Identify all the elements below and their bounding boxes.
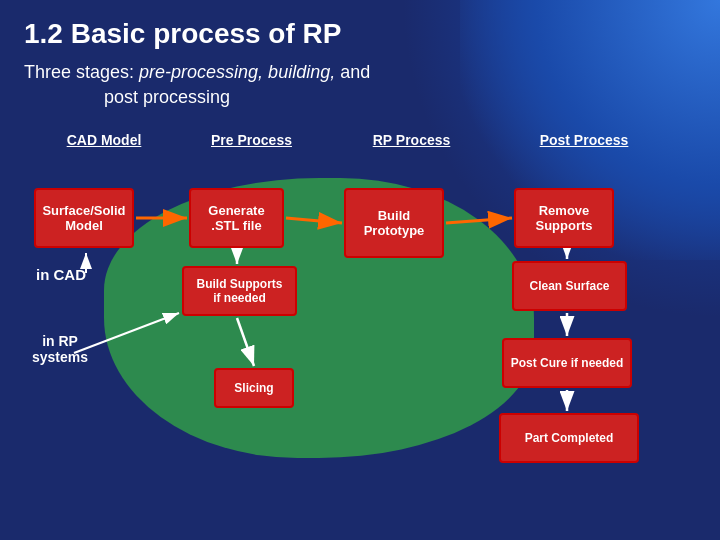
page-title: 1.2 Basic process of RP [24,18,696,50]
process-diagram: Surface/Solid Model Generate .STL file B… [24,158,714,488]
main-content: 1.2 Basic process of RP Three stages: pr… [0,0,720,506]
remove-supports-label: Remove Supports [535,203,592,233]
box-post-cure: Post Cure if needed [502,338,632,388]
header-post: Post Process [494,132,674,148]
build-supports-label: Build Supports if needed [197,277,283,305]
build-prototype-label: Build Prototype [364,208,425,238]
clean-surface-label: Clean Surface [529,279,609,293]
box-remove-supports: Remove Supports [514,188,614,248]
label-in-rp: in RP systems [32,333,88,365]
subtitle-start: Three stages: [24,62,139,82]
box-slicing: Slicing [214,368,294,408]
subtitle: Three stages: pre-processing, building, … [24,60,696,110]
green-blob-bg [104,178,534,458]
box-part-completed: Part Completed [499,413,639,463]
subtitle-italic: pre-processing, building, [139,62,335,82]
header-cad: CAD Model [34,132,174,148]
post-cure-label: Post Cure if needed [511,356,624,370]
box-clean-surface: Clean Surface [512,261,627,311]
header-pre: Pre Process [174,132,329,148]
box-build-supports: Build Supports if needed [182,266,297,316]
box-generate-stl: Generate .STL file [189,188,284,248]
subtitle-line2: post processing [24,87,230,107]
generate-stl-label: Generate .STL file [208,203,264,233]
surface-solid-label: Surface/Solid Model [42,203,125,233]
part-completed-label: Part Completed [525,431,614,445]
box-surface-solid: Surface/Solid Model [34,188,134,248]
header-rp: RP Process [329,132,494,148]
subtitle-end: and [335,62,370,82]
box-build-prototype: Build Prototype [344,188,444,258]
label-in-cad: in CAD [36,266,86,283]
slicing-label: Slicing [234,381,273,395]
stage-headers-row: CAD Model Pre Process RP Process Post Pr… [24,132,696,148]
